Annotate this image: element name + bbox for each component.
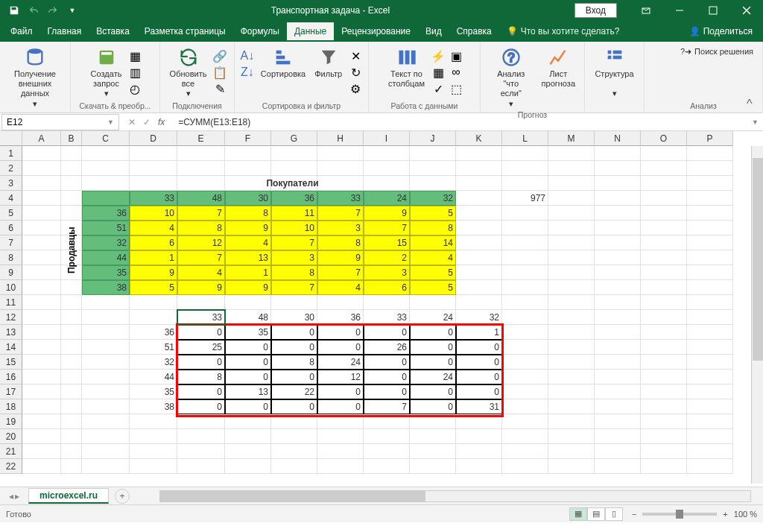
cell-I6[interactable]: 7 bbox=[364, 221, 410, 235]
cell-C8[interactable]: 44 bbox=[82, 250, 130, 265]
cell-E6[interactable]: 8 bbox=[177, 221, 225, 235]
cell-J13[interactable]: 0 bbox=[410, 325, 456, 340]
row-header-14[interactable]: 14 bbox=[0, 340, 22, 355]
menu-share[interactable]: 👤Поделиться bbox=[682, 22, 760, 40]
cell-H10[interactable]: 4 bbox=[317, 280, 364, 295]
ribbon-options-icon[interactable] bbox=[629, 0, 662, 21]
cell-D5[interactable]: 10 bbox=[130, 206, 177, 221]
col-header-J[interactable]: J bbox=[410, 131, 456, 146]
cell-H5[interactable]: 7 bbox=[317, 206, 364, 221]
sort-az-icon[interactable]: A↓ bbox=[240, 48, 255, 63]
col-header-E[interactable]: E bbox=[177, 131, 225, 146]
cell-J4[interactable]: 32 bbox=[410, 191, 456, 206]
row-header-11[interactable]: 11 bbox=[0, 295, 22, 310]
row-header-20[interactable]: 20 bbox=[0, 429, 22, 444]
cell-J8[interactable]: 4 bbox=[410, 250, 456, 265]
data-validation-icon[interactable]: ✓ bbox=[431, 81, 446, 96]
structure-button[interactable]: Структура▾ bbox=[592, 45, 636, 101]
row-header-9[interactable]: 9 bbox=[0, 265, 22, 280]
cell-E18[interactable]: 0 bbox=[177, 399, 225, 414]
cell-G5[interactable]: 11 bbox=[271, 206, 317, 221]
col-header-G[interactable]: G bbox=[271, 131, 317, 146]
cell-I5[interactable]: 9 bbox=[364, 206, 410, 221]
enter-icon[interactable]: ✓ bbox=[143, 117, 151, 127]
cell-F12[interactable]: 48 bbox=[225, 310, 271, 325]
cell-C4[interactable] bbox=[82, 191, 130, 206]
cell-F6[interactable]: 9 bbox=[225, 221, 271, 235]
cell-E4[interactable]: 48 bbox=[177, 191, 225, 206]
cell-I7[interactable]: 15 bbox=[364, 235, 410, 250]
row-header-1[interactable]: 1 bbox=[0, 146, 22, 161]
row-header-16[interactable]: 16 bbox=[0, 370, 22, 384]
cell-I18[interactable]: 7 bbox=[364, 399, 410, 414]
row-header-17[interactable]: 17 bbox=[0, 384, 22, 399]
col-header-A[interactable]: A bbox=[22, 131, 61, 146]
cell-J10[interactable]: 5 bbox=[410, 280, 456, 295]
col-header-F[interactable]: F bbox=[225, 131, 271, 146]
cell-I4[interactable]: 24 bbox=[364, 191, 410, 206]
row-header-2[interactable]: 2 bbox=[0, 161, 22, 176]
cell-G16[interactable]: 0 bbox=[271, 370, 317, 384]
edit-links-icon[interactable]: ✎ bbox=[212, 81, 227, 96]
vertical-scrollbar[interactable] bbox=[751, 146, 763, 484]
cell-G14[interactable]: 0 bbox=[271, 340, 317, 355]
row-header-19[interactable]: 19 bbox=[0, 414, 22, 429]
minimize-icon[interactable] bbox=[662, 0, 696, 21]
cell-H7[interactable]: 8 bbox=[317, 235, 364, 250]
cell-D8[interactable]: 1 bbox=[130, 250, 177, 265]
cell-J9[interactable]: 5 bbox=[410, 265, 456, 280]
collapse-ribbon-icon[interactable]: ^ bbox=[747, 98, 760, 111]
cell-E13[interactable]: 0 bbox=[177, 325, 225, 340]
cancel-icon[interactable]: ✕ bbox=[128, 117, 136, 127]
page-break-icon[interactable]: ▯ bbox=[605, 507, 623, 521]
horizontal-scrollbar[interactable] bbox=[159, 490, 751, 502]
page-layout-icon[interactable]: ▤ bbox=[587, 507, 605, 521]
row-header-10[interactable]: 10 bbox=[0, 280, 22, 295]
cell-I16[interactable]: 0 bbox=[364, 370, 410, 384]
login-button[interactable]: Вход bbox=[574, 3, 617, 18]
cell-L4[interactable]: 977 bbox=[502, 191, 548, 206]
new-query-button[interactable]: Создать запрос ▾ bbox=[88, 45, 125, 101]
cell-F15[interactable]: 0 bbox=[225, 355, 271, 370]
chevron-down-icon[interactable]: ▼ bbox=[107, 118, 114, 126]
cell-I10[interactable]: 6 bbox=[364, 280, 410, 295]
properties-icon[interactable]: 📋 bbox=[212, 65, 227, 80]
redo-icon[interactable] bbox=[45, 2, 61, 19]
cell-E15[interactable]: 0 bbox=[177, 355, 225, 370]
what-if-button[interactable]: ?Анализ "что если" ▾ bbox=[487, 45, 536, 110]
clear-filter-icon[interactable]: ✕ bbox=[348, 48, 363, 63]
cell-I13[interactable]: 0 bbox=[364, 325, 410, 340]
cell-I8[interactable]: 2 bbox=[364, 250, 410, 265]
cell-E7[interactable]: 12 bbox=[177, 235, 225, 250]
consolidate-icon[interactable]: ▣ bbox=[449, 48, 463, 63]
cell-E5[interactable]: 7 bbox=[177, 206, 225, 221]
cell-F16[interactable]: 0 bbox=[225, 370, 271, 384]
col-header-K[interactable]: K bbox=[456, 131, 502, 146]
show-queries-icon[interactable]: ▦ bbox=[127, 48, 142, 63]
cell-D7[interactable]: 6 bbox=[130, 235, 177, 250]
menu-view[interactable]: Вид bbox=[418, 22, 449, 40]
row-header-5[interactable]: 5 bbox=[0, 206, 22, 221]
menu-layout[interactable]: Разметка страницы bbox=[137, 22, 233, 40]
row-header-7[interactable]: 7 bbox=[0, 235, 22, 250]
col-header-B[interactable]: B bbox=[61, 131, 82, 146]
formula-input[interactable]: =СУММ(E13:E18) bbox=[174, 117, 747, 127]
cell-F9[interactable]: 1 bbox=[225, 265, 271, 280]
from-table-icon[interactable]: ▥ bbox=[127, 65, 142, 80]
reapply-icon[interactable]: ↻ bbox=[348, 65, 363, 80]
cell-I9[interactable]: 3 bbox=[364, 265, 410, 280]
cell-C7[interactable]: 32 bbox=[82, 235, 130, 250]
zoom-in-icon[interactable]: + bbox=[723, 510, 727, 519]
row-header-4[interactable]: 4 bbox=[0, 191, 22, 206]
col-header-I[interactable]: I bbox=[364, 131, 410, 146]
cell-J16[interactable]: 24 bbox=[410, 370, 456, 384]
cell-I14[interactable]: 26 bbox=[364, 340, 410, 355]
cell-D4[interactable]: 33 bbox=[130, 191, 177, 206]
cell-J7[interactable]: 14 bbox=[410, 235, 456, 250]
cell-J17[interactable]: 0 bbox=[410, 384, 456, 399]
row-header-18[interactable]: 18 bbox=[0, 399, 22, 414]
qa-dropdown-icon[interactable]: ▼ bbox=[64, 2, 80, 19]
cell-C9[interactable]: 35 bbox=[82, 265, 130, 280]
cell-J14[interactable]: 0 bbox=[410, 340, 456, 355]
cell-H13[interactable]: 0 bbox=[317, 325, 364, 340]
